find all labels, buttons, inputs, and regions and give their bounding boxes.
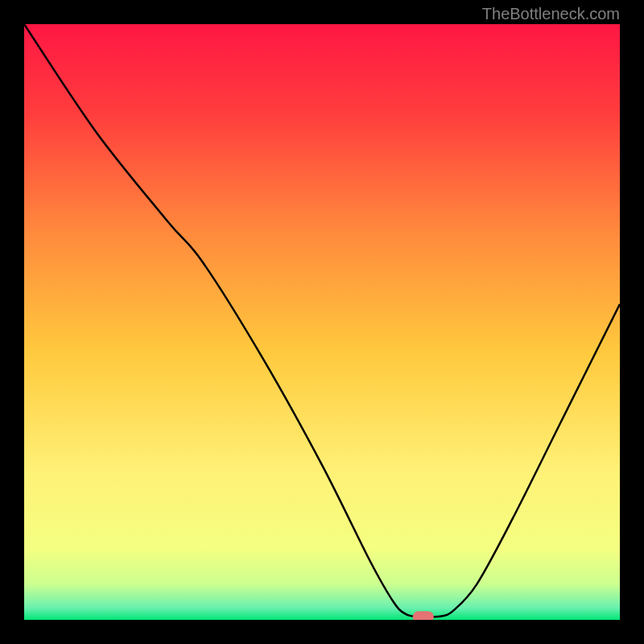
- gradient-background: [24, 24, 620, 620]
- plot-area: [24, 24, 620, 620]
- optimal-marker: [413, 611, 434, 620]
- attribution-text: TheBottleneck.com: [482, 5, 620, 23]
- bottleneck-chart: [24, 24, 620, 620]
- chart-container: TheBottleneck.com: [0, 0, 644, 644]
